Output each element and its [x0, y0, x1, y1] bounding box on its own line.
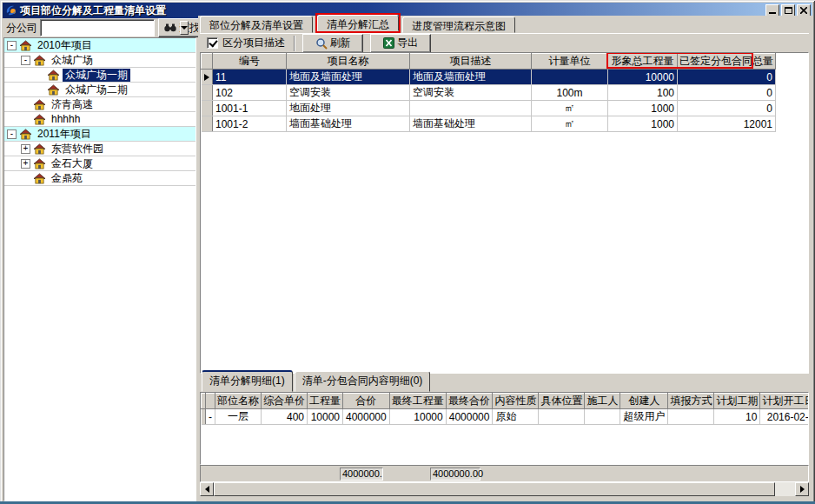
cell-content-nature[interactable]: 原始 [493, 409, 539, 425]
tree-item-zhongcheng-phase2[interactable]: 众城广场二期 [4, 83, 195, 97]
cell-total-qty[interactable]: 1000 [608, 116, 678, 132]
cell-name[interactable]: 空调安装 [287, 85, 410, 101]
cell-plan-start-date[interactable]: 2016-02-01 [760, 409, 809, 425]
cell-total-qty[interactable]: 10000 [608, 70, 678, 85]
cell-plan-duration[interactable]: 10 [714, 409, 760, 425]
cell-creator[interactable]: 超级用户 [620, 409, 668, 425]
cell-name[interactable]: 墙面基础处理 [287, 116, 410, 132]
cell-code[interactable]: 102 [213, 85, 287, 101]
tab-list-summary[interactable]: 清单分解汇总 [317, 15, 399, 31]
cell-subcontract-total[interactable]: 0 [678, 70, 776, 85]
tree-item-dongying[interactable]: + 东营软件园 [4, 142, 195, 156]
tree-item-label[interactable]: 2011年项目 [35, 128, 94, 141]
tree-item-2010[interactable]: - 2010年项目 [4, 38, 195, 53]
tree-item-label-selected[interactable]: 众城广场一期 [63, 69, 130, 82]
cell-name[interactable]: 地面处理 [287, 101, 410, 116]
cell-unit[interactable] [532, 70, 608, 85]
table-row[interactable]: 102 空调安装 空调安装 100m 100 0 [202, 85, 776, 101]
cell-report-mode[interactable] [668, 409, 714, 425]
row-expander[interactable]: - [206, 409, 215, 425]
tree-item-2011[interactable]: - 2011年项目 [4, 127, 195, 142]
refresh-button[interactable]: 刷新 [302, 34, 363, 53]
checkbox-icon[interactable] [207, 37, 218, 49]
col-header-code[interactable]: 编号 [213, 54, 287, 70]
col-header-amount[interactable]: 合价 [343, 394, 390, 409]
cell-subcontract-total[interactable]: 0 [678, 85, 776, 101]
col-header-unit[interactable]: 计量单位 [532, 54, 608, 70]
tree-item-label[interactable]: 金石大厦 [49, 157, 96, 170]
table-row[interactable]: 1001-2 墙面基础处理 墙面基础处理 ㎡ 1000 12001 [202, 116, 776, 132]
branch-combobox[interactable] [40, 19, 155, 36]
cell-name[interactable]: 地面及墙面处理 [287, 70, 410, 85]
collapse-icon[interactable]: - [21, 56, 30, 65]
cell-part-name[interactable]: 一层 [215, 409, 262, 425]
scrollbar-thumb[interactable] [214, 482, 775, 496]
cell-desc[interactable]: 墙面基础处理 [410, 116, 532, 132]
tree-item-label[interactable]: 2010年项目 [35, 39, 95, 52]
tree-item-jinshi[interactable]: + 金石大厦 [4, 156, 195, 171]
tab-subcontract-detail[interactable]: 清单-分包合同内容明细(0) [295, 371, 431, 392]
tree-item-label[interactable]: 金鼎苑 [49, 172, 85, 185]
cell-code[interactable]: 1001-1 [213, 101, 287, 116]
tab-part-breakdown[interactable]: 部位分解及清单设置 [200, 16, 313, 33]
col-header-plan-start-date[interactable]: 计划开工日期 [760, 394, 809, 409]
cell-final-amount[interactable]: 4000000 [446, 409, 493, 425]
tree-item-label[interactable]: 东营软件园 [49, 143, 106, 156]
table-row[interactable]: 1001-1 地面处理 ㎡ 1000 0 [202, 101, 776, 116]
col-header-final-amount[interactable]: 最终合价 [446, 394, 493, 409]
expand-icon[interactable]: + [21, 159, 30, 169]
cell-total-qty[interactable]: 1000 [608, 101, 678, 116]
cell-desc[interactable]: 地面及墙面处理 [410, 70, 532, 85]
cell-subcontract-total[interactable]: 0 [678, 101, 776, 116]
cell-amount[interactable]: 4000000 [343, 409, 390, 425]
combobox-dropdown-button[interactable] [180, 21, 189, 35]
tree-item-zhongcheng[interactable]: - 众城广场 [4, 53, 195, 68]
tree-item-zhongcheng-phase1[interactable]: 众城广场一期 [4, 68, 195, 83]
collapse-icon[interactable]: - [7, 41, 17, 50]
cell-unit-price[interactable]: 400 [262, 409, 308, 425]
tree-item-jinding[interactable]: 金鼎苑 [4, 171, 195, 186]
tree-item-label[interactable]: 众城广场二期 [63, 83, 130, 96]
cell-code[interactable]: 11 [213, 70, 287, 85]
cell-quantity[interactable]: 10000 [308, 409, 343, 425]
tree-item-label[interactable]: 济青高速 [49, 98, 96, 111]
tab-progress-flow[interactable]: 进度管理流程示意图 [402, 17, 515, 33]
tree-item-label[interactable]: 众城广场 [49, 54, 96, 67]
table-row[interactable]: - 一层 400 10000 4000000 10000 4000000 原始 … [202, 409, 810, 425]
cell-final-quantity[interactable]: 10000 [389, 409, 446, 425]
col-header-total-qty[interactable]: 形象总工程量 [608, 54, 678, 70]
cell-unit[interactable]: ㎡ [532, 101, 608, 116]
close-button[interactable] [797, 4, 811, 17]
export-button[interactable]: 导出 [370, 34, 431, 53]
col-header-quantity[interactable]: 工程量 [308, 394, 343, 409]
cell-unit[interactable]: 100m [532, 85, 608, 101]
distinguish-description-checkbox-row[interactable]: 区分项目描述 [200, 36, 294, 50]
scroll-right-button[interactable] [795, 482, 809, 496]
col-header-desc[interactable]: 项目描述 [410, 54, 532, 70]
col-header-report-mode[interactable]: 填报方式 [668, 394, 714, 409]
tree-item-hhhhh[interactable]: hhhhh [4, 112, 195, 127]
cell-subcontract-total[interactable]: 12001 [678, 116, 776, 132]
branch-input[interactable] [41, 20, 179, 36]
cell-constructor[interactable] [585, 409, 620, 425]
maximize-button[interactable] [781, 4, 795, 17]
cell-total-qty[interactable]: 100 [608, 85, 678, 101]
table-row[interactable]: 11 地面及墙面处理 地面及墙面处理 10000 0 [202, 70, 776, 85]
tab-list-detail[interactable]: 清单分解明细(1) [202, 370, 293, 392]
collapse-icon[interactable]: - [7, 129, 17, 139]
expand-icon[interactable]: + [21, 144, 30, 154]
col-header-part-name[interactable]: 部位名称 [215, 394, 262, 409]
cell-desc[interactable] [410, 101, 532, 116]
minimize-button[interactable] [765, 4, 779, 17]
cell-unit[interactable]: ㎡ [532, 116, 608, 132]
tree-item-jiqing[interactable]: 济青高速 [4, 97, 195, 112]
col-header-content-nature[interactable]: 内容性质 [493, 394, 539, 409]
col-header-constructor[interactable]: 施工人 [585, 394, 620, 409]
scroll-left-button[interactable] [200, 482, 214, 496]
tree-item-label[interactable]: hhhhh [49, 113, 83, 126]
col-header-unit-price[interactable]: 综合单价 [262, 394, 308, 409]
cell-location[interactable] [539, 409, 585, 425]
cell-desc[interactable]: 空调安装 [410, 85, 532, 101]
col-header-creator[interactable]: 创建人 [620, 394, 668, 409]
col-header-plan-duration[interactable]: 计划工期 [714, 394, 760, 409]
